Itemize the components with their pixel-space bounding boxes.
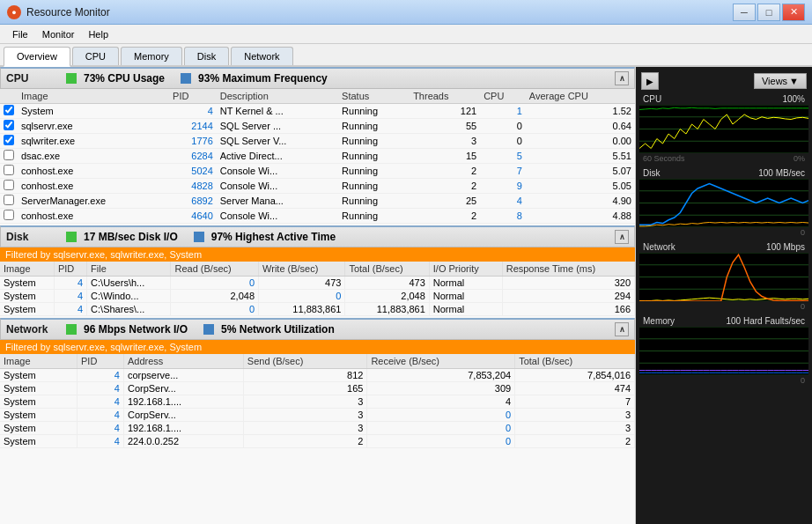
menu-monitor[interactable]: Monitor [35,27,82,41]
col-avgcpu[interactable]: Average CPU [526,89,635,104]
cpu-row-check[interactable] [0,119,18,134]
network-table-row: System 4 CorpServ... 3 0 3 [0,409,635,422]
nav-button[interactable]: ▶ [641,72,659,90]
disk-row-priority: Normal [429,277,502,290]
cpu-checkbox[interactable] [4,135,14,145]
right-panel: ▶ Views ▼ CPU 100% 60 Seconds 0% Disk 10… [636,67,812,524]
views-button[interactable]: Views ▼ [754,73,807,89]
network-collapse-button[interactable]: ∧ [615,322,629,336]
net-col-receive[interactable]: Receive (B/sec) [367,354,515,369]
tab-network[interactable]: Network [231,47,292,65]
col-threads[interactable]: Threads [410,89,480,104]
disk-row-write: 473 [259,277,345,290]
cpu-checkbox[interactable] [4,210,14,220]
tab-bar: Overview CPU Memory Disk Network [0,44,812,67]
cpu-row-check[interactable] [0,149,18,164]
main-layout: CPU 73% CPU Usage 93% Maximum Frequency … [0,67,812,524]
cpu-table-row: sqlservr.exe 2144 SQL Server ... Running… [0,119,635,134]
cpu-row-desc: NT Kernel & ... [217,104,338,119]
tab-cpu[interactable]: CPU [72,47,119,65]
disk-table-row: System 4 C:\Users\h... 0 473 473 Normal … [0,277,635,290]
disk-col-file[interactable]: File [87,262,171,277]
app-icon: ● [7,5,21,19]
cpu-checkbox[interactable] [4,165,14,175]
cpu-row-check[interactable] [0,134,18,149]
net-col-total[interactable]: Total (B/sec) [515,354,635,369]
cpu-table-row: System 4 NT Kernel & ... Running 121 1 1… [0,104,635,119]
net-col-address[interactable]: Address [123,354,243,369]
cpu-row-cpu: 0 [480,134,526,149]
disk-col-write[interactable]: Write (B/sec) [259,262,345,277]
net-col-pid[interactable]: PID [78,354,124,369]
cpu-row-avgcpu: 0.00 [526,134,635,149]
cpu-row-image: sqlwriter.exe [18,134,169,149]
disk-row-pid: 4 [54,290,86,303]
cpu-row-image: conhost.exe [18,164,169,179]
col-desc[interactable]: Description [217,89,338,104]
net-row-receive: 0 [367,435,515,448]
cpu-table-row: conhost.exe 4828 Console Wi... Running 2… [0,179,635,194]
network-header-row: Image PID Address Send (B/sec) Receive (… [0,354,635,369]
window-title: Resource Monitor [26,6,110,18]
cpu-collapse-button[interactable]: ∧ [615,71,629,85]
network-stat1: 96 Mbps Network I/O [84,323,188,336]
network-filter-label: Filtered by sqlservr.exe, sqlwriter.exe,… [5,342,202,352]
cpu-row-check[interactable] [0,194,18,209]
net-row-total: 7,854,016 [515,369,635,382]
disk-col-total[interactable]: Total (B/sec) [345,262,429,277]
col-status[interactable]: Status [338,89,410,104]
cpu-table-body: Image PID Description Status Threads CPU… [0,89,635,224]
disk-row-image: System [0,277,54,290]
net-row-address: 192.168.1.... [123,395,243,409]
cpu-checkbox[interactable] [4,105,14,115]
net-row-address: 192.168.1.... [123,422,243,435]
cpu-checkbox[interactable] [4,180,14,190]
cpu-chart-wrapper: CPU 100% 60 Seconds 0% [639,93,808,164]
disk-chart-wrapper: Disk 100 MB/sec 0 [639,167,808,238]
net-row-image: System [0,369,78,382]
cpu-checkbox[interactable] [4,195,14,205]
disk-collapse-button[interactable]: ∧ [615,230,629,244]
cpu-row-check[interactable] [0,104,18,119]
disk-table-body: Image PID File Read (B/sec) Write (B/sec… [0,262,635,316]
menu-file[interactable]: File [5,27,35,41]
col-cpu[interactable]: CPU [480,89,526,104]
network-table-row: System 4 CorpServ... 165 309 474 [0,382,635,395]
cpu-row-desc: Server Mana... [217,194,338,209]
menu-help[interactable]: Help [81,27,115,41]
network-header: Network 96 Mbps Network I/O 5% Network U… [0,318,635,340]
cpu-row-check[interactable] [0,179,18,194]
disk-row-total: 11,883,861 [345,303,429,316]
disk-col-priority[interactable]: I/O Priority [429,262,502,277]
disk-row-image: System [0,303,54,316]
minimize-button[interactable]: ─ [733,4,756,21]
disk-header-row: Image PID File Read (B/sec) Write (B/sec… [0,262,635,277]
close-button[interactable]: ✕ [782,4,805,21]
net-row-receive: 0 [367,409,515,422]
tab-overview[interactable]: Overview [4,47,70,67]
net-col-image[interactable]: Image [0,354,78,369]
cpu-row-check[interactable] [0,209,18,224]
network-table: Image PID Address Send (B/sec) Receive (… [0,354,635,448]
net-row-pid: 4 [78,409,124,422]
disk-col-response[interactable]: Response Time (ms) [502,262,634,277]
tab-memory[interactable]: Memory [121,47,182,65]
col-pid[interactable]: PID [169,89,217,104]
disk-col-image[interactable]: Image [0,262,54,277]
net-row-total: 2 [515,435,635,448]
maximize-button[interactable]: □ [757,4,780,21]
net-row-address: CorpServ... [123,409,243,422]
cpu-checkbox[interactable] [4,150,14,160]
disk-row-read: 0 [171,277,259,290]
disk-col-pid[interactable]: PID [54,262,86,277]
tab-disk[interactable]: Disk [184,47,229,65]
net-col-send[interactable]: Send (B/sec) [243,354,367,369]
left-panel: CPU 73% CPU Usage 93% Maximum Frequency … [0,67,636,524]
cpu-row-threads: 3 [410,134,480,149]
cpu-checkbox[interactable] [4,120,14,130]
cpu-table-row: ServerManager.exe 6892 Server Mana... Ru… [0,194,635,209]
cpu-row-check[interactable] [0,164,18,179]
disk-col-read[interactable]: Read (B/sec) [171,262,259,277]
col-image[interactable]: Image [18,89,169,104]
cpu-chart-time: 60 Seconds [643,154,685,163]
